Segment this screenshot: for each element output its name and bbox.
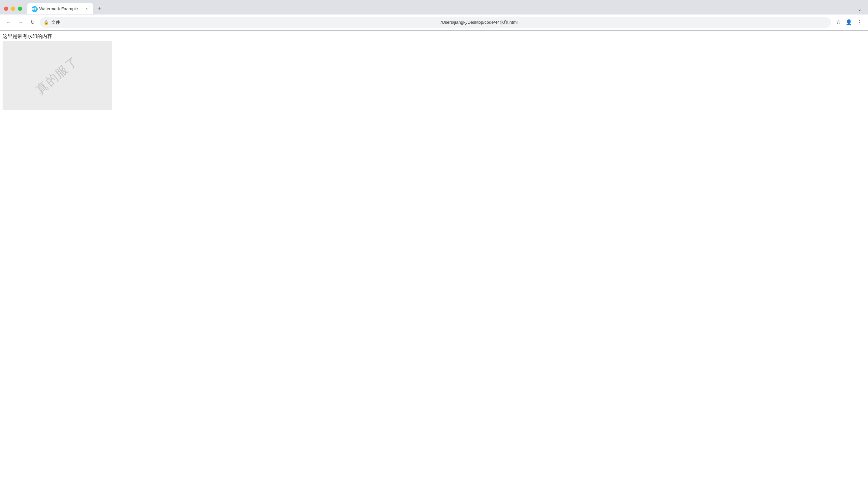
maximize-button[interactable]: [18, 7, 22, 11]
watermark-container: 真的服了: [3, 41, 111, 110]
expand-tabs-button[interactable]: ⌄: [855, 4, 864, 14]
window-controls: [4, 7, 22, 11]
menu-button[interactable]: ⋮: [855, 18, 864, 27]
tab-favicon-icon: 🌐: [31, 6, 36, 11]
active-tab[interactable]: 🌐 Watermark Example ×: [27, 3, 93, 14]
tab-bar: 🌐 Watermark Example × + ⌄: [27, 3, 864, 14]
profile-button[interactable]: 👤: [844, 18, 853, 27]
address-text: /Users/jiangkj/Desktop/code/44水印.html: [441, 20, 827, 25]
page-title: 这里是带有水印的内容: [3, 33, 865, 40]
close-button[interactable]: [4, 7, 8, 11]
new-tab-button[interactable]: +: [95, 4, 104, 14]
browser-chrome: 🌐 Watermark Example × + ⌄ ← → ↻ 🔒 文件 /Us…: [0, 0, 868, 31]
file-label: 文件: [51, 20, 438, 25]
page-content: 这里是带有水印的内容 真的服了: [0, 31, 868, 492]
nav-actions: ☆ 👤 ⋮: [834, 18, 864, 27]
forward-button[interactable]: →: [16, 18, 25, 27]
back-button[interactable]: ←: [4, 18, 13, 27]
secure-icon: 🔒: [44, 20, 49, 25]
nav-bar: ← → ↻ 🔒 文件 /Users/jiangkj/Desktop/code/4…: [0, 15, 868, 30]
tab-close-button[interactable]: ×: [84, 6, 90, 11]
watermark-text: 真的服了: [33, 53, 81, 98]
title-bar: 🌐 Watermark Example × + ⌄: [0, 0, 868, 15]
tab-title: Watermark Example: [39, 6, 81, 11]
address-bar[interactable]: 🔒 文件 /Users/jiangkj/Desktop/code/44水印.ht…: [40, 17, 831, 28]
minimize-button[interactable]: [11, 7, 15, 11]
reload-button[interactable]: ↻: [28, 18, 37, 27]
bookmark-button[interactable]: ☆: [834, 18, 843, 27]
